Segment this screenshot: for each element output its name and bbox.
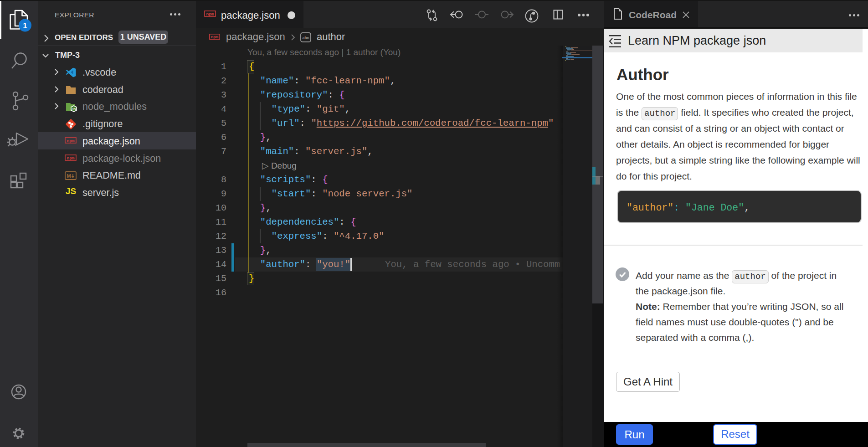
svg-text:npm: npm <box>67 139 74 144</box>
svg-text:M: M <box>67 173 71 179</box>
svg-text:npm: npm <box>206 12 214 17</box>
svg-text:abc: abc <box>303 36 309 40</box>
svg-text:npm: npm <box>67 156 74 161</box>
svg-text:JS: JS <box>72 107 76 111</box>
svg-text:1: 1 <box>23 21 27 30</box>
svg-text:npm: npm <box>211 35 219 40</box>
